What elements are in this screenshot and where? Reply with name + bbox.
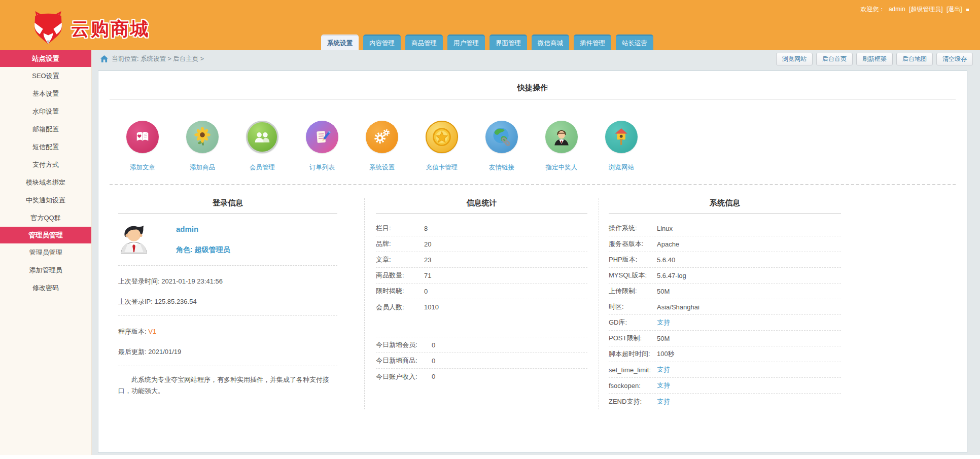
sidebar-item-admin-management[interactable]: 管理员管理 xyxy=(0,243,91,261)
tab-plugin-management[interactable]: 插件管理 xyxy=(574,34,611,50)
sidebar-item-module-domain-binding[interactable]: 模块域名绑定 xyxy=(0,173,91,191)
sidebar-group-site-settings[interactable]: 站点设置 xyxy=(0,50,91,67)
divider xyxy=(110,99,956,99)
gears-icon xyxy=(366,121,398,153)
quick-action-label: 浏览网站 xyxy=(609,163,634,172)
decorative-square xyxy=(966,9,969,11)
quick-action-add-article[interactable]: 添加文章 xyxy=(113,121,172,172)
stat-row-timed-reveal: 限时揭晓:0 xyxy=(376,284,587,299)
sidebar-group-admin-management[interactable]: 管理员管理 xyxy=(0,227,91,243)
sys-row-fsockopen: fsockopen:支持 xyxy=(609,378,841,394)
main-nav-tabs: 系统设置 内容管理 商品管理 用户管理 界面管理 微信商城 插件管理 站长运营 xyxy=(321,34,658,50)
logout-link[interactable]: [退出] xyxy=(947,6,962,13)
tab-product-management[interactable]: 商品管理 xyxy=(405,34,443,50)
support-link[interactable]: 支持 xyxy=(657,397,670,406)
breadcrumb[interactable]: 当前位置: 系统设置 > 后台主页 > xyxy=(112,55,204,63)
clear-cache-button[interactable]: 清空缓存 xyxy=(936,53,973,65)
sys-row-set-time-limit: set_time_limit:支持 xyxy=(609,362,841,378)
footer-strip xyxy=(0,455,980,459)
quick-action-label: 充值卡管理 xyxy=(426,163,458,172)
sidebar-item-payment-methods[interactable]: 支付方式 xyxy=(0,156,91,173)
sys-row-post-limit: POST限制:50M xyxy=(609,331,841,346)
sidebar-item-change-password[interactable]: 修改密码 xyxy=(0,279,91,297)
program-version: 程序版本: V1 xyxy=(118,327,337,336)
birdhouse-icon xyxy=(605,121,638,153)
system-panel-title: 系统信息 xyxy=(609,198,841,208)
info-panels: 登录信息 xyxy=(98,198,967,409)
sidebar-item-add-admin[interactable]: 添加管理员 xyxy=(0,261,91,279)
sidebar-item-watermark-settings[interactable]: 水印设置 xyxy=(0,102,91,120)
stat-row-products: 商品数量:71 xyxy=(376,268,587,284)
quick-action-assign-winner[interactable]: 指定中奖人 xyxy=(532,121,591,172)
stats-panel-title: 信息统计 xyxy=(376,198,587,208)
admin-dashboard: 云购商城 欢迎您： admin [超级管理员] [退出] 系统设置 内容管理 商… xyxy=(0,0,980,459)
sunflower-icon xyxy=(186,121,219,153)
sys-row-script-timeout: 脚本超时时间:100秒 xyxy=(609,346,841,362)
browse-site-button[interactable]: 浏览网站 xyxy=(776,53,813,65)
sidebar-item-basic-settings[interactable]: 基本设置 xyxy=(0,85,91,102)
stat-row-members: 会员人数:1010 xyxy=(376,299,587,315)
quick-buttons: 浏览网站 后台首页 刷新框架 后台地图 清空缓存 xyxy=(773,53,973,65)
site-logo[interactable]: 云购商城 xyxy=(32,11,150,47)
tab-user-management[interactable]: 用户管理 xyxy=(447,34,485,50)
sys-row-mysql: MYSQL版本:5.6.47-log xyxy=(609,268,841,284)
tab-interface-management[interactable]: 界面管理 xyxy=(489,34,527,50)
last-login-ip: 上次登录IP: 125.85.236.54 xyxy=(118,297,337,306)
quick-action-add-product[interactable]: 添加商品 xyxy=(172,121,232,172)
quick-actions-row: 添加文章 xyxy=(113,121,967,172)
quick-action-recharge-card[interactable]: 充值卡管理 xyxy=(412,121,472,172)
divider xyxy=(609,213,841,214)
statistics-panel: 信息统计 栏目:8 品牌:20 文章:23 商品数量:71 限时揭晓:0 会员人… xyxy=(365,198,599,409)
quick-action-label: 系统设置 xyxy=(369,163,395,172)
system-info-panel: 系统信息 操作系统:Linux 服务器版本:Apache PHP版本:5.6.4… xyxy=(599,198,924,409)
quick-action-system-settings[interactable]: 系统设置 xyxy=(352,121,412,172)
fox-logo-icon xyxy=(32,11,64,47)
globe-link-icon xyxy=(485,121,518,153)
quick-action-friend-links[interactable]: 友情链接 xyxy=(472,121,532,172)
top-header: 云购商城 欢迎您： admin [超级管理员] [退出] 系统设置 内容管理 商… xyxy=(0,0,980,50)
tab-content-management[interactable]: 内容管理 xyxy=(363,34,401,50)
winner-person-icon xyxy=(545,121,578,153)
support-link[interactable]: 支持 xyxy=(657,365,670,374)
sidebar-item-email-config[interactable]: 邮箱配置 xyxy=(0,120,91,138)
spacer xyxy=(376,315,587,337)
welcome-role: [超级管理员] xyxy=(909,6,943,13)
sys-row-os: 操作系统:Linux xyxy=(609,221,841,236)
admin-username-link[interactable]: admin xyxy=(176,225,230,233)
tab-webmaster-operation[interactable]: 站长运营 xyxy=(616,34,653,50)
dashed-divider xyxy=(118,366,337,366)
login-info-panel: 登录信息 xyxy=(118,198,365,409)
quick-action-label: 会员管理 xyxy=(250,163,275,172)
quick-action-label: 订单列表 xyxy=(309,163,335,172)
dashed-divider xyxy=(110,184,956,185)
sidebar-item-official-qq-group[interactable]: 官方QQ群 xyxy=(0,209,91,227)
quick-action-order-list[interactable]: 订单列表 xyxy=(292,121,352,172)
refresh-frame-button[interactable]: 刷新框架 xyxy=(856,53,893,65)
stat-row-new-products-today: 今日新增商品:0 xyxy=(376,353,587,369)
home-icon[interactable] xyxy=(100,55,108,62)
support-link[interactable]: 支持 xyxy=(657,318,670,327)
admin-sitemap-button[interactable]: 后台地图 xyxy=(896,53,933,65)
breadcrumb-bar: 当前位置: 系统设置 > 后台主页 > 浏览网站 后台首页 刷新框架 后台地图 … xyxy=(92,50,980,67)
quick-action-browse-site[interactable]: 浏览网站 xyxy=(591,121,651,172)
admin-avatar xyxy=(118,223,150,256)
sidebar-item-winning-notification[interactable]: 中奖通知设置 xyxy=(0,191,91,209)
tab-system-settings[interactable]: 系统设置 xyxy=(321,34,359,50)
members-icon xyxy=(246,121,278,153)
admin-home-button[interactable]: 后台首页 xyxy=(816,53,853,65)
support-link[interactable]: 支持 xyxy=(657,381,670,390)
stat-row-new-members-today: 今日新增会员:0 xyxy=(376,337,587,353)
tab-wechat-mall[interactable]: 微信商城 xyxy=(532,34,569,50)
stat-row-brands: 品牌:20 xyxy=(376,236,587,252)
quick-action-label: 添加商品 xyxy=(190,163,215,172)
welcome-username: admin xyxy=(889,6,905,13)
last-login-time: 上次登录时间: 2021-01-19 23:41:56 xyxy=(118,277,337,286)
dashed-divider xyxy=(118,265,337,266)
sidebar-item-sms-config[interactable]: 短信配置 xyxy=(0,138,91,156)
sys-row-gd-library: GD库:支持 xyxy=(609,315,841,331)
sidebar-item-seo-settings[interactable]: SEO设置 xyxy=(0,67,91,85)
last-update: 最后更新: 2021/01/19 xyxy=(118,347,337,357)
quick-action-member-management[interactable]: 会员管理 xyxy=(232,121,292,172)
dashed-divider xyxy=(118,315,337,316)
quick-actions-title: 快捷操作 xyxy=(98,83,967,93)
